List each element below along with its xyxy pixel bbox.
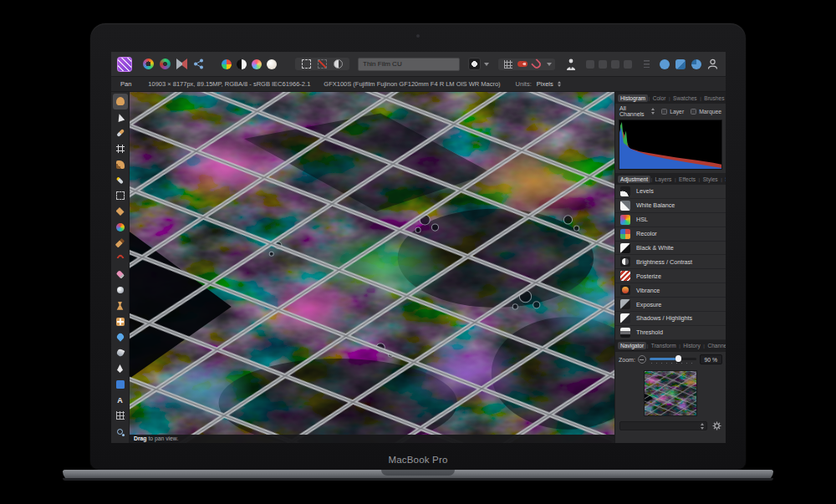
adjustment-hsl[interactable]: HSL (615, 213, 726, 227)
shape-tool[interactable] (113, 376, 128, 392)
arrange-forward-icon[interactable] (611, 60, 619, 69)
view-point-select[interactable] (619, 421, 707, 430)
gear-icon[interactable] (712, 421, 721, 430)
adjustment-exposure[interactable]: Exposure (615, 298, 726, 312)
adjustment-white-balance[interactable]: White Balance (615, 199, 726, 213)
layer-checkbox[interactable] (661, 109, 667, 115)
adjustment-threshold[interactable]: Threshold (615, 326, 726, 340)
adjustment-levels[interactable]: Levels (615, 185, 726, 199)
crop-tool[interactable] (113, 140, 128, 156)
zoom-tool[interactable] (113, 424, 128, 440)
alignment-icon[interactable] (644, 60, 650, 68)
adjustment-shadows-highlights[interactable]: Shadows / Highlights (615, 312, 726, 326)
paint-brush-tool[interactable] (113, 235, 128, 251)
affinity-photo-app-icon[interactable] (117, 57, 132, 72)
tab-adjustment[interactable]: Adjustment (618, 176, 650, 183)
account-icon[interactable] (707, 59, 718, 69)
boolean-add-icon[interactable] (660, 59, 670, 69)
colour-picker-tool[interactable] (113, 125, 128, 141)
invert-selection-icon[interactable] (334, 59, 343, 69)
photo-persona-icon[interactable] (143, 59, 154, 69)
document-canvas[interactable]: Drag to pan view. (130, 92, 614, 443)
adjustment-recolor[interactable]: Recolor (615, 227, 726, 242)
macbook-base (63, 470, 773, 481)
document-title-field[interactable] (358, 58, 460, 71)
zoom-value[interactable]: 90 % (700, 354, 722, 364)
auto-levels-icon[interactable] (222, 59, 232, 69)
navigator-thumbnail[interactable] (644, 370, 697, 416)
rectangle-shape-icon (116, 380, 125, 389)
selection-brush-icon (116, 160, 125, 169)
arrange-group (586, 60, 636, 69)
smudge-tool[interactable] (113, 345, 128, 361)
export-persona-icon[interactable] (193, 59, 204, 69)
tab-transform[interactable]: Transform (649, 342, 679, 349)
tab-swatches[interactable]: Swatches (670, 94, 700, 102)
dodge-tool[interactable] (113, 283, 128, 298)
assistant-icon[interactable] (566, 59, 576, 70)
move-tool[interactable] (113, 109, 128, 125)
text-tool[interactable]: A (113, 392, 128, 408)
blur-tool[interactable] (113, 329, 128, 345)
tab-stock[interactable]: Stock (722, 176, 726, 183)
selection-marquee-icon[interactable] (302, 59, 311, 69)
chevron-down-icon[interactable] (547, 63, 552, 66)
arrange-backward-icon[interactable] (599, 60, 607, 69)
posterize-icon (620, 271, 630, 281)
develop-persona-icon[interactable] (176, 59, 187, 69)
status-hint-rest: to pan view. (147, 435, 179, 441)
threshold-icon (620, 328, 630, 338)
adjustment-black-white[interactable]: Black & White (615, 242, 726, 256)
clone-stamp-tool[interactable] (113, 298, 128, 313)
zoom-slider[interactable] (650, 355, 696, 364)
auto-white-balance-icon[interactable] (267, 59, 277, 69)
selection-brush-tool[interactable] (113, 156, 128, 172)
eyedropper-icon (116, 129, 125, 137)
pen-tool[interactable] (113, 361, 128, 377)
auto-colours-icon[interactable] (252, 59, 262, 69)
status-hint-drag: Drag (134, 435, 147, 441)
tab-histogram[interactable]: Histogram (618, 94, 648, 102)
liquify-persona-icon[interactable] (160, 59, 171, 69)
snapping-grid-icon[interactable] (504, 60, 512, 69)
tab-history[interactable]: History (681, 342, 703, 349)
eraser-tool[interactable] (113, 267, 128, 283)
tab-color[interactable]: Color (650, 94, 669, 102)
adjustment-vibrance[interactable]: Vibrance (615, 283, 726, 298)
deselect-icon[interactable] (318, 59, 327, 69)
units-stepper-icon[interactable] (558, 81, 561, 88)
tab-styles[interactable]: Styles (701, 176, 721, 183)
marquee-tool[interactable] (113, 188, 128, 204)
adjustment-posterize[interactable]: Posterize (615, 269, 726, 283)
tab-navigator[interactable]: Navigator (618, 342, 646, 349)
channels-dropdown[interactable]: All Channels (619, 105, 655, 117)
boolean-divide-icon[interactable] (691, 59, 701, 69)
flood-select-tool[interactable] (113, 172, 128, 188)
tab-effects[interactable]: Effects (676, 176, 698, 183)
zoom-slider-knob[interactable] (675, 355, 682, 362)
units-select[interactable]: Pixels (537, 80, 553, 88)
tools-panel: A (111, 92, 130, 443)
mesh-warp-tool[interactable] (113, 408, 128, 424)
gradient-tool[interactable] (113, 219, 128, 235)
view-point-stepper-icon (701, 423, 704, 430)
marquee-checkbox[interactable] (691, 109, 696, 115)
tab-layers[interactable]: Layers (653, 176, 675, 183)
auto-contrast-icon[interactable] (237, 59, 247, 69)
arrange-back-icon[interactable] (586, 60, 594, 69)
tab-channels[interactable]: Channels (705, 342, 726, 349)
flood-fill-tool[interactable] (113, 204, 128, 220)
preview-mode-control[interactable] (468, 58, 489, 70)
boolean-subtract-icon[interactable] (675, 59, 686, 69)
snapping-magnet-icon[interactable] (531, 58, 543, 69)
healing-brush-tool[interactable] (113, 313, 128, 329)
vector-brush-tool[interactable] (113, 251, 128, 267)
context-toolbar: Pan 10903 × 8177px, 89.15MP, RGBA/8 - sR… (111, 77, 726, 92)
arrange-front-icon[interactable] (624, 60, 632, 69)
tab-brushes[interactable]: Brushes (701, 94, 726, 102)
pan-tool[interactable] (113, 94, 128, 109)
adjustment-brightness-contrast[interactable]: Brightness / Contrast (615, 255, 726, 269)
colour-wheel-icon (116, 223, 125, 232)
force-pixel-alignment-icon[interactable] (517, 61, 528, 67)
zoom-out-button[interactable] (638, 355, 646, 364)
